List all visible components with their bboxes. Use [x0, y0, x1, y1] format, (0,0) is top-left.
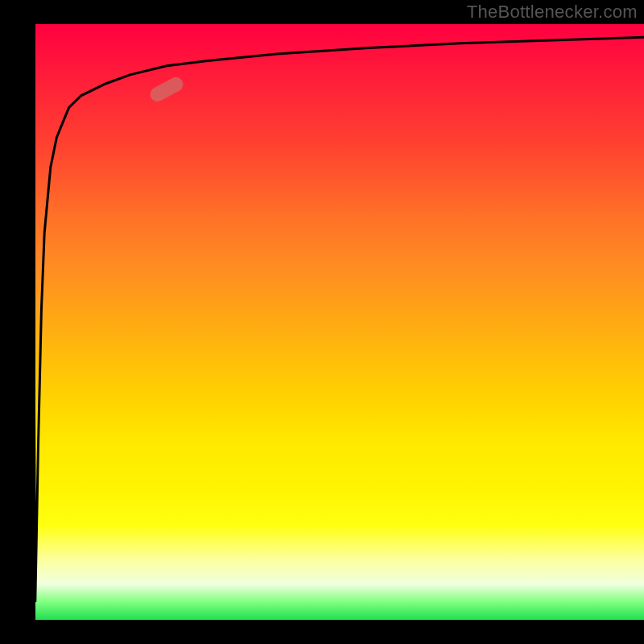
- x-axis: [32, 620, 644, 623]
- bottleneck-curve: [32, 24, 644, 602]
- chart-curve-layer: [32, 24, 644, 620]
- watermark-text: TheBottlenecker.com: [467, 2, 638, 23]
